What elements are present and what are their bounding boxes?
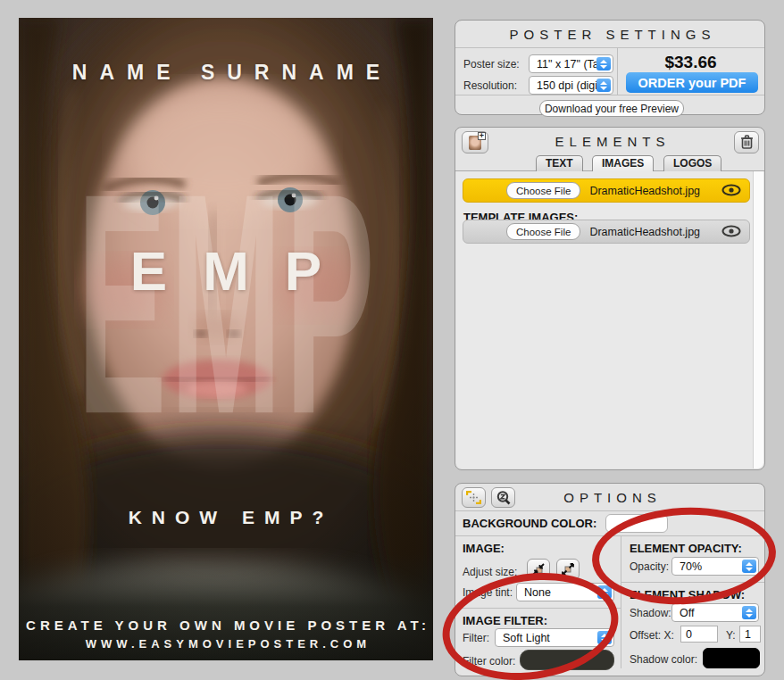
crop-icon: [466, 491, 481, 504]
updown-stepper-icon[interactable]: [596, 79, 611, 92]
poster-settings-panel: POSTER SETTINGS Poster size: 11" x 17" (…: [455, 20, 765, 115]
poster-preview[interactable]: NAME SURNAME EMP EMP KNOW EMP? CREATE YO…: [19, 18, 433, 660]
image-tint-label: Image tint:: [463, 586, 513, 599]
poster-size-label: Poster size:: [463, 58, 520, 70]
shrink-icon: [531, 562, 546, 576]
updown-stepper-icon[interactable]: [597, 631, 612, 644]
price-text: $33.66: [621, 53, 760, 72]
options-panel: OPTIONS BACKGROUND COLOR: IMAGE: Adjust …: [455, 483, 765, 676]
tab-images[interactable]: IMAGES: [592, 155, 654, 171]
shadow-label: Shadow:: [630, 607, 671, 619]
filter-color-swatch[interactable]: [520, 650, 614, 670]
divider: [621, 535, 621, 668]
elements-scrollbar[interactable]: [753, 171, 763, 469]
updown-stepper-icon[interactable]: [742, 560, 756, 573]
poster-watermark-text: EMP: [19, 123, 433, 486]
poster-emp-title: EMP: [19, 239, 433, 303]
elements-list: Choose File DramaticHeadshot.jpg TEMPLAT…: [456, 171, 763, 469]
enlarge-image-button[interactable]: [556, 559, 580, 580]
divider: [455, 47, 764, 48]
adjust-size-label: Adjust size:: [463, 566, 517, 578]
offset-y-label: Y:: [726, 629, 736, 642]
filter-color-label: Filter color:: [463, 655, 515, 668]
element-opacity-label: ELEMENT OPACITY:: [630, 542, 742, 555]
updown-stepper-icon[interactable]: [596, 57, 611, 70]
eye-icon: [721, 184, 741, 196]
elements-panel: ELEMENTS + TEXT IMAGES LOGOS Choose File…: [455, 127, 765, 470]
trash-icon: [740, 135, 754, 150]
opacity-value: 70%: [680, 560, 702, 573]
choose-file-button[interactable]: Choose File: [506, 182, 580, 199]
divider: [455, 95, 764, 95]
poster-tagline: KNOW EMP?: [19, 507, 433, 528]
filter-select[interactable]: Soft Light: [495, 628, 614, 647]
image-tint-value: None: [524, 586, 551, 599]
tab-text[interactable]: TEXT: [536, 155, 583, 171]
divider: [455, 535, 764, 536]
poster-name-title: NAME SURNAME: [19, 61, 433, 85]
background-color-swatch[interactable]: [605, 514, 668, 533]
eye-icon: [721, 225, 741, 237]
divider: [621, 582, 764, 583]
resolution-select[interactable]: 150 dpi (digit: [529, 76, 613, 95]
offset-y-input[interactable]: [739, 626, 761, 643]
poster-settings-title: POSTER SETTINGS: [455, 21, 764, 42]
image-filter-label: IMAGE FILTER:: [463, 614, 547, 627]
enlarge-icon: [561, 562, 575, 576]
resolution-value: 150 dpi (digit: [537, 79, 599, 92]
shrink-image-button[interactable]: [527, 559, 550, 580]
updown-stepper-icon[interactable]: [742, 606, 756, 619]
image-tint-select[interactable]: None: [516, 583, 614, 601]
add-image-icon: +: [469, 136, 481, 150]
tab-logos[interactable]: LOGOS: [663, 155, 721, 171]
divider: [455, 608, 621, 609]
resolution-label: Resolution:: [463, 79, 517, 92]
user-image-row[interactable]: Choose File DramaticHeadshot.jpg: [463, 178, 750, 203]
filename-text: DramaticHeadshot.jpg: [589, 185, 700, 197]
zoom-icon: [496, 491, 511, 505]
choose-file-button[interactable]: Choose File: [506, 223, 580, 240]
filter-label: Filter:: [463, 632, 489, 644]
filter-value: Soft Light: [503, 632, 550, 644]
eye-visibility-button[interactable]: [721, 184, 742, 198]
add-image-button[interactable]: +: [462, 131, 488, 153]
background-color-label: BACKGROUND COLOR:: [463, 517, 596, 530]
offset-x-input[interactable]: [680, 626, 718, 643]
opacity-label: Opacity:: [630, 560, 669, 573]
crop-tool-button[interactable]: [462, 487, 486, 508]
shadow-select[interactable]: Off: [671, 603, 759, 622]
filename-text: DramaticHeadshot.jpg: [589, 226, 700, 238]
zoom-tool-button[interactable]: [491, 487, 515, 508]
order-pdf-button[interactable]: ORDER your PDF: [626, 72, 758, 93]
shadow-color-label: Shadow color:: [630, 653, 697, 666]
elements-title: ELEMENTS: [455, 128, 764, 149]
poster-size-value: 11" x 17" (Tab: [537, 58, 599, 70]
offset-label: Offset: X:: [630, 629, 674, 642]
eye-visibility-button[interactable]: [721, 225, 742, 239]
opacity-select[interactable]: 70%: [671, 557, 759, 576]
divider: [455, 510, 764, 511]
image-section-label: IMAGE:: [463, 542, 505, 555]
poster-credit-line2: WWW.EASYMOVIEPOSTER.COM: [19, 637, 433, 651]
divider: [617, 48, 618, 95]
delete-element-button[interactable]: [734, 131, 759, 153]
poster-size-select[interactable]: 11" x 17" (Tab: [529, 54, 613, 73]
shadow-color-swatch[interactable]: [703, 648, 760, 668]
shadow-value: Off: [680, 607, 694, 619]
download-preview-button[interactable]: Download your free Preview: [539, 100, 684, 117]
updown-stepper-icon[interactable]: [597, 585, 612, 599]
template-image-row[interactable]: Choose File DramaticHeadshot.jpg: [463, 220, 750, 244]
element-shadow-label: ELEMENT SHADOW:: [630, 588, 745, 601]
poster-credit-line1: CREATE YOUR OWN MOVIE POSTER AT:: [19, 618, 433, 633]
